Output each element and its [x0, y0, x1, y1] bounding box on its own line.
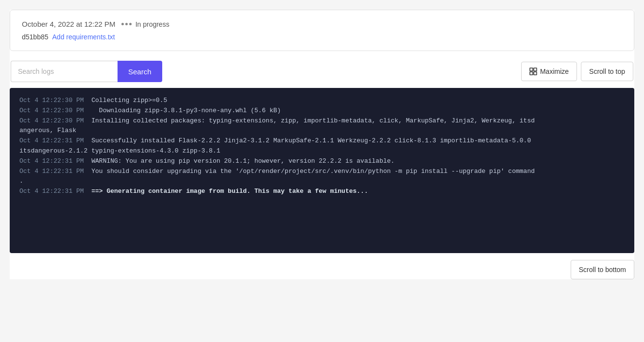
- svg-rect-3: [534, 72, 537, 75]
- search-right-group: Maximize Scroll to top: [521, 62, 633, 81]
- log-line: Oct 4 12:22:31 PM ==> Generating contain…: [19, 187, 625, 197]
- log-content: Downloading zipp-3.8.1-py3-none-any.whl …: [91, 107, 281, 114]
- search-left-group: Search: [11, 61, 162, 82]
- scroll-bottom-button[interactable]: Scroll to bottom: [571, 260, 634, 279]
- log-timestamp: Oct 4 12:22:30 PM: [19, 107, 91, 114]
- svg-rect-0: [530, 68, 533, 71]
- log-content: Collecting zipp>=0.5: [91, 97, 167, 104]
- log-line: Oct 4 12:22:30 PM Installing collected p…: [19, 116, 625, 137]
- log-timestamp: Oct 4 12:22:31 PM: [19, 157, 91, 165]
- log-content: WARNING: You are using pip version 20.1.…: [91, 157, 394, 165]
- svg-rect-2: [530, 72, 533, 75]
- log-content: Installing collected packages: typing-ex…: [19, 117, 535, 135]
- log-line: Oct 4 12:22:31 PM Successfully installed…: [19, 136, 625, 156]
- scroll-top-button[interactable]: Scroll to top: [581, 62, 633, 81]
- log-timestamp: Oct 4 12:22:31 PM: [19, 168, 91, 175]
- info-card: October 4, 2022 at 12:22 PM In progress …: [10, 10, 634, 51]
- commit-message-link[interactable]: Add requirements.txt: [52, 33, 115, 41]
- log-line: Oct 4 12:22:31 PM WARNING: You are using…: [19, 156, 625, 167]
- svg-rect-1: [534, 68, 537, 71]
- log-output[interactable]: Oct 4 12:22:30 PM Collecting zipp>=0.5 O…: [10, 88, 634, 253]
- log-timestamp: Oct 4 12:22:30 PM: [19, 97, 91, 104]
- status-label: In progress: [136, 20, 169, 28]
- log-timestamp: Oct 4 12:22:30 PM: [19, 117, 91, 124]
- log-line: Oct 4 12:22:30 PM Collecting zipp>=0.5: [19, 96, 625, 106]
- maximize-label: Maximize: [540, 68, 569, 75]
- deploy-timestamp: October 4, 2022 at 12:22 PM: [22, 20, 116, 28]
- search-input[interactable]: [11, 61, 118, 82]
- log-line: Oct 4 12:22:30 PM Downloading zipp-3.8.1…: [19, 106, 625, 116]
- log-content: You should consider upgrading via the '/…: [19, 168, 535, 185]
- log-content: Successfully installed Flask-2.2.2 Jinja…: [19, 137, 531, 154]
- info-card-header: October 4, 2022 at 12:22 PM In progress: [22, 20, 622, 28]
- commit-line: d51bb85 Add requirements.txt: [22, 33, 622, 41]
- log-line: Oct 4 12:22:31 PM You should consider up…: [19, 167, 625, 187]
- search-button[interactable]: Search: [118, 61, 162, 82]
- log-content: ==> Generating container image from buil…: [91, 188, 368, 195]
- dots-icon: [121, 23, 132, 25]
- log-timestamp: Oct 4 12:22:31 PM: [19, 137, 91, 144]
- search-toolbar: Search Maximize Scroll to top: [10, 61, 634, 82]
- log-timestamp: Oct 4 12:22:31 PM: [19, 188, 91, 195]
- maximize-icon: [529, 68, 537, 75]
- maximize-button[interactable]: Maximize: [521, 62, 577, 81]
- status-indicator: In progress: [121, 20, 169, 28]
- scroll-bottom-area: Scroll to bottom: [10, 260, 634, 279]
- commit-hash: d51bb85: [22, 33, 49, 41]
